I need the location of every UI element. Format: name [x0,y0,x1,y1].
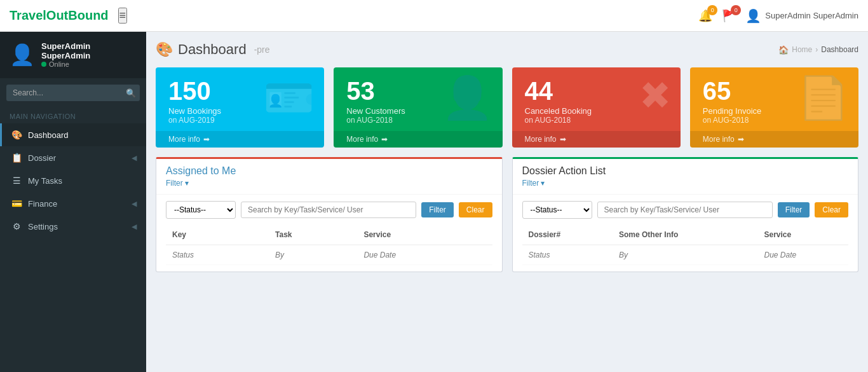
dossier-panel-header: Dossier Action List Filter ▾ [513,159,858,195]
sidebar-label-dashboard: Dashboard [28,130,137,140]
sidebar-label-settings: Settings [28,222,125,231]
sidebar-avatar-icon: 👤 [10,43,35,67]
dossier-table-header-row: Dossier# Some Other Info Service [522,225,849,245]
sidebar: 👤 SuperAdmin SuperAdmin Online 🔍 MAIN NA… [0,32,146,372]
invoice-footer-arrow: ➡ [738,135,744,144]
dossier-col-service: Service [757,225,848,245]
assigned-status-select[interactable]: --Status-- [166,201,236,219]
sidebar-item-finance[interactable]: 💳 Finance ◀ [0,192,146,215]
tasks-icon: ☰ [11,176,22,186]
header-right: 🔔 0 🚩 0 👤 SuperAdmin SuperAdmin [698,8,858,24]
canceled-footer-text: More info [525,135,557,144]
stat-card-customers: 53 New Customers on AUG-2018 👤 More info… [334,67,502,148]
dossier-filter-row: --Status-- Filter Clear [522,201,849,219]
page-title: Dashboard [178,41,247,58]
invoice-icon: 📄 [797,77,849,118]
sidebar-user-profile: 👤 SuperAdmin SuperAdmin Online [0,32,146,78]
page-title-area: 🎨 Dashboard -pre [156,41,270,58]
dossier-filter-toggle[interactable]: Filter ▾ [522,179,849,188]
dossier-sub-status: Status [522,245,613,265]
user-name-header: SuperAdmin SuperAdmin [765,11,858,20]
assigned-panel-body: --Status-- Filter Clear Key Task Service [156,195,502,272]
finance-arrow-icon: ◀ [132,200,137,208]
sidebar-search-container: 🔍 [0,78,146,107]
dossier-panel-title: Dossier Action List [522,165,849,177]
dossier-search-input[interactable] [597,202,773,218]
assigned-col-service: Service [357,225,492,245]
user-avatar-icon: 👤 [745,8,761,24]
stat-card-canceled: 44 Canceled Booking on AUG-2018 ✖ More i… [512,67,681,148]
stat-cards-row: 150 New Bookings on AUG-2019 🪪 More info… [156,67,858,148]
dossier-filter-label: Filter [522,179,539,188]
stat-card-bookings: 150 New Bookings on AUG-2019 🪪 More info… [156,67,324,148]
sidebar-status-text: Online [49,60,69,68]
canceled-sub: on AUG-2018 [525,116,668,125]
assigned-sub-status: Status [166,245,269,265]
bookings-more-info[interactable]: More info ➡ [156,131,324,148]
sidebar-search-button[interactable]: 🔍 [126,88,136,98]
page-subtitle: -pre [254,45,270,55]
dossier-filter-chevron: ▾ [541,179,545,188]
brand-logo: TravelOutBound [10,8,109,23]
sidebar-user-status: Online [41,60,137,68]
sidebar-item-dashboard[interactable]: 🎨 Dashboard [0,123,146,146]
dossier-table: Dossier# Some Other Info Service Status … [522,225,849,265]
customers-footer-arrow: ➡ [381,135,388,144]
breadcrumb-separator: › [815,45,818,54]
dossier-arrow-icon: ◀ [132,154,137,162]
table-row: Status By Due Date [166,245,492,265]
top-header: TravelOutBound ≡ 🔔 0 🚩 0 👤 SuperAdmin Su… [0,0,868,32]
canceled-footer-arrow: ➡ [560,135,566,144]
assigned-clear-button[interactable]: Clear [459,202,492,217]
sidebar-search-input[interactable] [6,85,140,101]
assigned-search-input[interactable] [241,202,416,218]
sidebar-item-my-tasks[interactable]: ☰ My Tasks [0,169,146,192]
customers-more-info[interactable]: More info ➡ [334,131,502,148]
assigned-panel-title: Assigned to Me [166,165,492,177]
sidebar-user-name: SuperAdmin SuperAdmin [41,41,137,60]
brand-text-green: OutBound [46,8,109,22]
page-header: 🎨 Dashboard -pre 🏠 Home › Dashboard [156,41,858,58]
finance-icon: 💳 [11,198,22,209]
assigned-filter-label: Filter [166,179,183,188]
assigned-filter-button[interactable]: Filter [421,202,454,217]
sidebar-item-dossier[interactable]: 📋 Dossier ◀ [0,146,146,169]
dossier-filter-button[interactable]: Filter [778,202,810,217]
dossier-sub-by: By [613,245,757,265]
brand-text-black: Travel [10,8,46,22]
table-row: Status By Due Date [522,245,849,265]
bookings-icon: 🪪 [263,77,315,118]
dossier-status-select[interactable]: --Status-- [522,201,592,219]
flag-notification[interactable]: 🚩 0 [722,9,736,23]
invoice-footer-text: More info [703,135,735,144]
breadcrumb-current: Dashboard [821,45,858,54]
assigned-col-key: Key [166,225,269,245]
canceled-more-info[interactable]: More info ➡ [512,131,681,148]
sidebar-nav-label: MAIN NAVIGATION [0,107,146,123]
dossier-clear-button[interactable]: Clear [815,202,848,217]
dashboard-icon: 🎨 [11,130,22,140]
customers-icon: 👤 [442,77,493,118]
user-info-header[interactable]: 👤 SuperAdmin SuperAdmin [745,8,858,24]
panels-row: Assigned to Me Filter ▾ --Status-- Filte… [156,157,858,272]
hamburger-button[interactable]: ≡ [118,8,128,24]
bookings-footer-arrow: ➡ [203,135,210,144]
breadcrumb-home-text: Home [792,45,812,54]
dossier-sub-duedate: Due Date [757,245,848,265]
page-title-icon: 🎨 [156,41,173,58]
status-dot-icon [41,62,46,67]
bell-notification[interactable]: 🔔 0 [698,9,712,23]
sidebar-label-my-tasks: My Tasks [28,176,137,186]
breadcrumb: 🏠 Home › Dashboard [778,45,858,55]
assigned-filter-chevron: ▾ [185,179,189,188]
assigned-filter-toggle[interactable]: Filter ▾ [166,179,492,188]
header-left: TravelOutBound ≡ [10,8,127,24]
dossier-icon: 📋 [11,153,22,163]
sidebar-item-settings[interactable]: ⚙ Settings ◀ [0,215,146,238]
flag-badge: 0 [731,5,741,15]
assigned-table: Key Task Service Status By Due Date [166,225,492,265]
invoice-more-info[interactable]: More info ➡ [690,131,858,148]
assigned-table-header-row: Key Task Service [166,225,492,245]
dossier-col-dossier: Dossier# [522,225,613,245]
assigned-sub-duedate: Due Date [357,245,492,265]
